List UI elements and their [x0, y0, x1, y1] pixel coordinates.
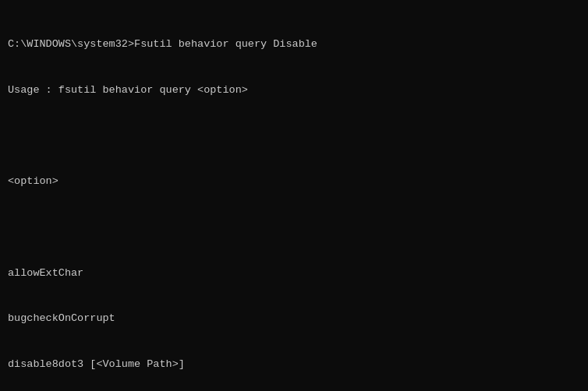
option-label: <option> — [8, 174, 580, 189]
opt-allowextchar: allowExtChar — [8, 266, 580, 281]
terminal-window: C:\WINDOWS\system32>Fsutil behavior quer… — [0, 0, 588, 391]
cmd-line: C:\WINDOWS\system32>Fsutil behavior quer… — [8, 37, 580, 52]
opt-disable8dot3: disable8dot3 [<Volume Path>] — [8, 357, 580, 372]
usage-line: Usage : fsutil behavior query <option> — [8, 83, 580, 98]
empty-line-1 — [8, 129, 580, 144]
empty-line-2 — [8, 220, 580, 235]
opt-bugcheckorncorrupt: bugcheckOnCorrupt — [8, 311, 580, 326]
